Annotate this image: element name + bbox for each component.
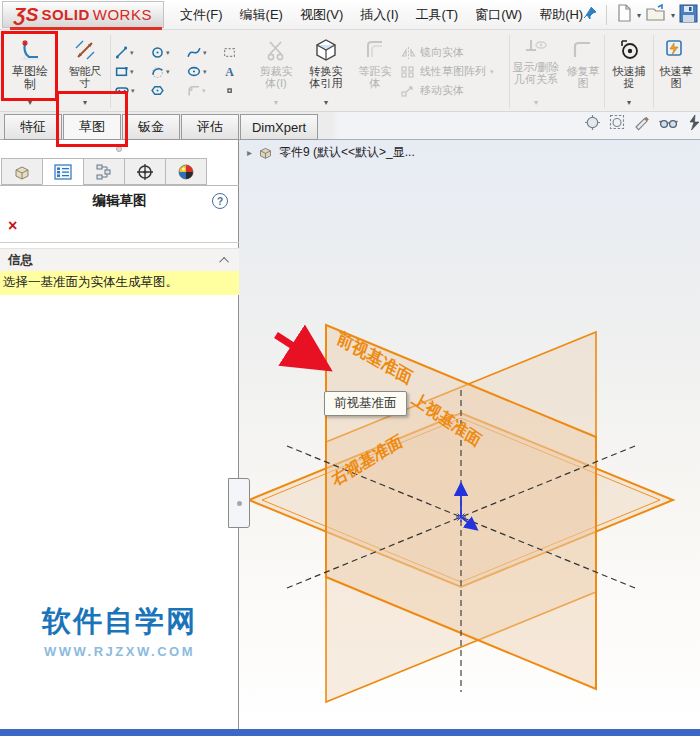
fillet-dropdown[interactable]: ▾ <box>202 87 206 95</box>
tab-evaluate[interactable]: 评估 <box>181 114 239 140</box>
sketch-picture-tool[interactable] <box>223 43 249 62</box>
arc-dropdown[interactable]: ▾ <box>166 68 170 76</box>
zoom-fit-icon[interactable] <box>584 114 601 135</box>
panel-collapse-handle[interactable] <box>228 478 250 528</box>
ellipse-tool[interactable]: ▾ <box>187 62 223 81</box>
quick-snaps-button[interactable]: 快速捕捉 ▾ <box>605 32 653 111</box>
menu-file[interactable]: 文件(F) <box>180 6 223 24</box>
rectangle-dropdown[interactable]: ▾ <box>130 68 134 76</box>
mirror-entities-button: 镜向实体 <box>401 45 509 60</box>
cancel-button[interactable]: × <box>8 218 17 234</box>
display-relations-button: 显示/删除几何关系 ▾ <box>510 32 562 111</box>
collapse-chevron-icon[interactable] <box>219 256 229 266</box>
slot-dropdown[interactable]: ▾ <box>131 87 135 95</box>
sketch-draw-button[interactable]: 草图绘制 ▾ <box>0 32 60 111</box>
help-icon[interactable]: ? <box>212 193 228 209</box>
offset-entities-icon <box>363 35 387 65</box>
linear-pattern-button: 线性草图阵列 ▾ <box>401 64 509 79</box>
svg-text:A: A <box>225 65 234 78</box>
quick-snaps-dropdown[interactable]: ▾ <box>627 98 631 111</box>
headsup-view-toolbar <box>584 113 700 135</box>
spline-tool[interactable]: ▾ <box>187 43 223 62</box>
new-document-icon[interactable] <box>615 3 633 27</box>
new-document-dropdown[interactable]: ▾ <box>637 11 641 20</box>
menu-bar: ƷS SOLIDWORKS 文件(F) 编辑(E) 视图(V) 插入(I) 工具… <box>0 0 700 30</box>
convert-entities-button[interactable]: 转换实体引用 ▾ <box>299 32 353 111</box>
tab-featuremanager-tree[interactable] <box>1 158 43 185</box>
plane-tooltip: 前视基准面 <box>324 391 407 416</box>
section-view-icon[interactable] <box>634 114 651 135</box>
quick-snaps-icon <box>617 35 641 65</box>
sketch-entities-grid: ▾ ▾ ▾ ▾ ▾ ▾ A ▾ <box>115 32 249 111</box>
tab-propertymanager[interactable] <box>42 158 84 185</box>
view-settings-glasses-icon[interactable] <box>659 114 678 135</box>
slot-tool[interactable]: ▾ <box>115 81 151 100</box>
ribbon-toolbar: 草图绘制 ▾ 智能尺寸 ▾ ▾ ▾ ▾ <box>0 30 700 112</box>
display-relations-icon <box>524 35 548 61</box>
repair-sketch-icon <box>571 35 595 65</box>
rectangle-tool[interactable]: ▾ <box>115 62 151 81</box>
display-relations-dropdown: ▾ <box>534 98 538 111</box>
arc-tool[interactable]: ▾ <box>151 62 187 81</box>
zoom-area-icon[interactable] <box>609 114 626 135</box>
polygon-tool[interactable] <box>151 81 187 100</box>
circle-tool[interactable]: ▾ <box>151 43 187 62</box>
info-group-header[interactable]: 信息 <box>0 248 239 271</box>
tab-displaymanager[interactable] <box>165 158 207 185</box>
menu-help[interactable]: 帮助(H) <box>539 6 583 24</box>
point-tool[interactable] <box>223 81 249 100</box>
dimxpert-target-icon <box>135 163 155 181</box>
pattern-tools-group: 镜向实体 线性草图阵列 ▾ 移动实体 <box>397 32 509 111</box>
bottom-blue-strip <box>0 729 700 736</box>
manager-tabs <box>2 158 207 185</box>
panel-drag-handle[interactable] <box>116 146 122 152</box>
smart-dimension-button[interactable]: 智能尺寸 ▾ <box>60 32 110 111</box>
menu-insert[interactable]: 插入(I) <box>360 6 398 24</box>
line-dropdown[interactable]: ▾ <box>130 49 134 57</box>
linear-pattern-dropdown: ▾ <box>490 68 494 76</box>
property-manager-panel: 编辑草图 ? × 信息 选择一基准面为实体生成草图。 软件自学网 WWW.RJZ… <box>0 140 239 729</box>
circle-dropdown[interactable]: ▾ <box>166 49 170 57</box>
convert-entities-icon <box>313 35 339 65</box>
watermark-title: 软件自学网 <box>0 602 239 642</box>
rapid-sketch-icon <box>664 35 688 65</box>
smart-dimension-dropdown[interactable]: ▾ <box>83 98 87 111</box>
graphics-viewport[interactable]: ▸ 零件9 (默认<<默认>_显... <box>239 140 700 729</box>
tab-dimxpertmanager[interactable] <box>124 158 166 185</box>
trim-entities-button: 剪裁实体(I) ▾ <box>253 32 299 111</box>
tab-features[interactable]: 特征 <box>4 114 62 140</box>
ellipse-dropdown[interactable]: ▾ <box>203 68 207 76</box>
menu-view[interactable]: 视图(V) <box>300 6 343 24</box>
property-list-icon <box>53 163 73 181</box>
offset-entities-button: 等距实体 <box>353 32 397 111</box>
open-document-icon[interactable] <box>645 3 667 27</box>
toolbar-separator <box>606 5 607 25</box>
convert-dropdown[interactable]: ▾ <box>324 98 328 111</box>
line-tool[interactable]: ▾ <box>115 43 151 62</box>
tree-root-label[interactable]: 零件9 (默认<<默认>_显... <box>279 144 415 161</box>
sketch-draw-icon <box>17 35 43 65</box>
menu-tools[interactable]: 工具(T) <box>416 6 459 24</box>
solidworks-logo: ƷS SOLIDWORKS <box>2 1 164 28</box>
spline-dropdown[interactable]: ▾ <box>203 49 207 57</box>
viewport-feature-tree[interactable]: ▸ 零件9 (默认<<默认>_显... <box>247 144 415 161</box>
save-icon[interactable] <box>679 4 698 27</box>
trim-entities-icon <box>264 35 288 65</box>
display-style-icon[interactable] <box>686 114 700 135</box>
panel-title: 编辑草图 <box>0 186 239 216</box>
tree-expand-arrow-icon[interactable]: ▸ <box>247 147 252 158</box>
rapid-sketch-button[interactable]: 快速草图 <box>654 32 698 111</box>
part-icon <box>257 145 274 160</box>
fillet-tool[interactable]: ▾ <box>187 81 223 100</box>
repair-sketch-button: 修复草图 <box>562 32 604 111</box>
tab-configurationmanager[interactable] <box>83 158 125 185</box>
open-document-dropdown[interactable]: ▾ <box>671 11 675 20</box>
menu-edit[interactable]: 编辑(E) <box>240 6 283 24</box>
pin-menu-icon[interactable] <box>582 5 598 25</box>
tab-sheet-metal[interactable]: 钣金 <box>122 114 180 140</box>
menu-window[interactable]: 窗口(W) <box>475 6 522 24</box>
tab-dimxpert[interactable]: DimXpert <box>240 114 318 140</box>
text-tool[interactable]: A <box>223 62 249 81</box>
tab-sketch[interactable]: 草图 <box>63 114 121 140</box>
sketch-draw-dropdown[interactable]: ▾ <box>28 98 32 111</box>
